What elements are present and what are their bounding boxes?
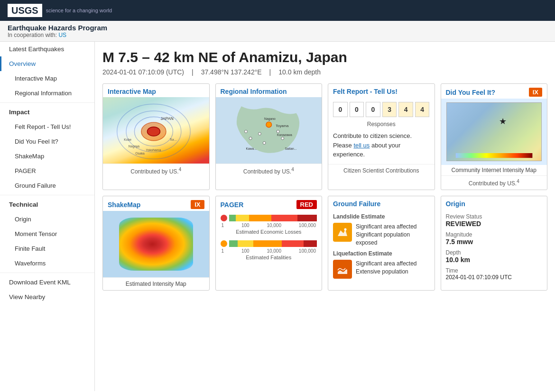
response-boxes: 0 0 0 3 4 4 [333,102,430,117]
origin-time-value: 2024-01-01 07:10:09 UTC [446,274,543,281]
sidebar-group-impact: Impact [0,105,94,119]
sidebar-item-ground-failure[interactable]: Ground Failure [0,178,94,193]
gf-landslide-text: Significant area affected Significant po… [356,223,430,246]
cooperation-link[interactable]: US [58,32,66,38]
gf-liquefaction-title: Liquefaction Estimate [333,250,430,257]
origin-card: Origin Review Status REVIEWED Magnitude … [441,196,548,291]
dyfi-card-header: Did You Feel It? IX [441,84,547,99]
origin-depth-value: 10.0 km [446,256,543,264]
svg-text:Nagoya: Nagoya [129,145,140,148]
felt-report-card-footer: Citizen Scientist Contributions [328,164,435,177]
origin-review-status-label: Review Status [446,213,543,220]
gf-landslide-title: Landslide Estimate [333,213,430,220]
pager-fatalities-chart: 110010,000100,000 Estimated Fatalities [221,240,317,260]
sidebar-item-pager[interactable]: PAGER [0,164,94,178]
pager-economic-bar-container [229,215,317,221]
regional-info-image: Toyama Kanazawa Nagano Saitan... Kawa... [216,97,322,164]
svg-point-15 [281,137,284,140]
gf-landslide-icon [333,223,352,242]
shakemap-card-header: ShakeMap IX [103,196,209,211]
gf-landslide-item: Significant area affected Significant po… [333,223,430,246]
sidebar-item-did-you-feel-it[interactable]: Did You Feel It? [0,134,94,149]
main-content: M 7.5 – 42 km NE of Anamizu, Japan 2024-… [95,42,555,391]
svg-text:Kanazawa: Kanazawa [277,133,292,137]
svg-point-13 [258,132,261,135]
origin-review-status-value: REVIEWED [446,220,543,228]
felt-report-card: Felt Report - Tell Us! 0 0 0 3 4 4 Respo… [328,83,435,190]
sidebar-item-waveforms[interactable]: Waveforms [0,256,94,271]
dyfi-card: Did You Feel It? IX ★ [441,83,548,190]
sidebar-item-finite-fault[interactable]: Finite Fault [0,241,94,256]
sidebar-item-interactive-map[interactable]: Interactive Map [0,71,94,86]
event-datetime: 2024-01-01 07:10:09 (UTC) [102,68,184,76]
sidebar-item-felt-report[interactable]: Felt Report - Tell Us! [0,119,94,134]
ground-failure-card-title[interactable]: Ground Failure [333,200,380,208]
svg-rect-24 [455,153,532,158]
origin-magnitude-value: 7.5 mww [446,238,543,246]
origin-magnitude-label: Magnitude [446,231,543,238]
pager-fatalities-bar-container [229,240,317,247]
regional-info-card-title[interactable]: Regional Information [221,88,287,95]
svg-point-4 [147,127,160,136]
usgs-logo-box: USGS [8,4,42,17]
svg-text:Toyama: Toyama [276,124,289,128]
interactive-map-card-title[interactable]: Interactive Map [108,88,156,95]
sidebar-item-view-nearby[interactable]: View Nearby [0,290,94,304]
svg-text:Yokohama: Yokohama [146,148,161,152]
sidebar-item-latest-earthquakes[interactable]: Latest Earthquakes [0,42,94,56]
sidebar-item-overview[interactable]: Overview [0,56,94,71]
dyfi-card-footer: Contributed by US.4 [441,175,547,190]
response-box-1: 0 [350,102,364,117]
shakemap-image [103,211,209,277]
pager-economic-dot [221,215,227,221]
regional-info-card-footer: Contributed by US.4 [216,164,322,178]
origin-time-label: Time [446,267,543,274]
card-grid-row1: Interactive Map JAPAN Nagoy [102,83,547,190]
interactive-map-card: Interactive Map JAPAN Nagoy [102,83,210,190]
origin-review-status-row: Review Status REVIEWED [446,213,543,228]
pager-fatalities-bar [221,240,317,247]
shakemap-card-title[interactable]: ShakeMap [108,201,140,209]
regional-info-card: Regional Information [215,83,323,190]
usgs-logo: USGS science for a changing world [8,4,112,17]
pager-fatalities-dot [221,240,227,247]
pager-fatalities-label: Estimated Fatalities [221,255,317,260]
response-box-5: 4 [415,102,430,117]
pager-card: PAGER RED [215,196,323,291]
pager-fatalities-axis: 110010,000100,000 [221,248,317,254]
pager-card-header: PAGER RED [216,196,322,211]
origin-depth-label: Depth [446,249,543,256]
sidebar-item-origin[interactable]: Origin [0,212,94,227]
interactive-map-card-header: Interactive Map [103,84,209,97]
svg-point-17 [263,142,266,145]
tell-us-link[interactable]: tell us [353,142,370,149]
interactive-map-card-footer: Contributed by US.4 [103,164,209,178]
origin-depth-row: Depth 10.0 km [446,249,543,264]
usgs-acronym: USGS [11,5,38,16]
sidebar-item-shakemap[interactable]: ShakeMap [0,149,94,164]
program-bar: Earthquake Hazards Program In cooperatio… [0,21,555,42]
origin-card-title[interactable]: Origin [446,200,465,208]
responses-label: Responses [333,121,430,128]
pager-card-title[interactable]: PAGER [221,201,244,209]
dyfi-badge: IX [529,88,542,97]
pager-economic-chart: 110010,000100,000 Estimated Economic Los… [221,215,317,235]
svg-text:Kobe: Kobe [124,138,131,141]
event-depth: 10.0 km depth [278,68,321,76]
sidebar-item-moment-tensor[interactable]: Moment Tensor [0,227,94,241]
response-box-2: 0 [366,102,380,117]
origin-card-header: Origin [441,196,547,210]
dyfi-card-title[interactable]: Did You Feel It? [446,89,496,96]
origin-content: Review Status REVIEWED Magnitude 7.5 mww… [441,210,547,288]
svg-point-26 [344,228,347,231]
dyfi-caption: Community Internet Intensity Map [441,165,547,175]
response-box-3: 3 [382,102,397,117]
svg-text:Saitan...: Saitan... [285,147,296,150]
sidebar-item-regional-information[interactable]: Regional Information [0,86,94,100]
usgs-logo-subtext: science for a changing world [46,7,112,14]
usgs-header: USGS science for a changing world [0,0,555,21]
ground-failure-card-header: Ground Failure [328,196,435,210]
felt-report-card-title[interactable]: Felt Report - Tell Us! [333,88,398,95]
svg-text:★: ★ [499,117,506,127]
sidebar-item-download-event-kml[interactable]: Download Event KML [0,275,94,290]
